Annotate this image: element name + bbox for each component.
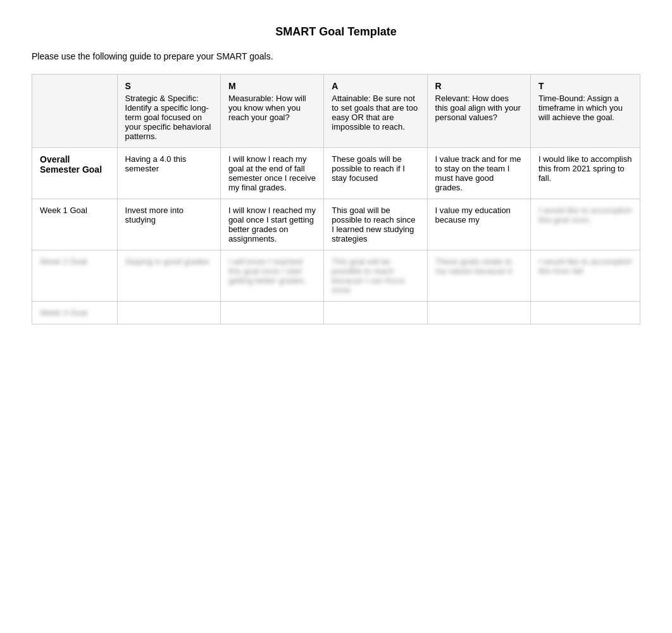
cell-m: I will know I reach my goal at the end o… xyxy=(220,148,323,199)
header-empty xyxy=(32,75,118,148)
cell-s: Staying in good grades xyxy=(117,250,220,302)
row-label: Week 1 Goal xyxy=(32,199,118,250)
cell-t xyxy=(530,302,640,324)
header-a: A Attainable: Be sure not to set goals t… xyxy=(324,75,427,148)
table-row: Week 3 Goal xyxy=(32,302,640,324)
cell-a: This goal will be possible to reach beca… xyxy=(324,250,427,302)
table-row: Overall Semester GoalHaving a 4.0 this s… xyxy=(32,148,640,199)
cell-t: I would like to accomplish this goal soo… xyxy=(530,199,640,250)
row-label: Overall Semester Goal xyxy=(32,148,118,199)
row-label: Week 3 Goal xyxy=(32,302,118,324)
page-title: SMART Goal Template xyxy=(32,25,640,39)
cell-m: I will know I reached my goal once I sta… xyxy=(220,199,323,250)
row-label: Week 2 Goal xyxy=(32,250,118,302)
table-row: Week 2 GoalStaying in good gradesI will … xyxy=(32,250,640,302)
cell-r xyxy=(427,302,530,324)
cell-s xyxy=(117,302,220,324)
cell-a: These goals will be possible to reach if… xyxy=(324,148,427,199)
header-m: M Measurable: How will you know when you… xyxy=(220,75,323,148)
header-row: S Strategic & Specific: Identify a speci… xyxy=(32,75,640,148)
cell-a xyxy=(324,302,427,324)
cell-r: These goals relate to my values because … xyxy=(427,250,530,302)
cell-s: Invest more into studying xyxy=(117,199,220,250)
table-row: Week 1 GoalInvest more into studyingI wi… xyxy=(32,199,640,250)
header-r: R Relevant: How does this goal align wit… xyxy=(427,75,530,148)
cell-r: I value track and for me to stay on the … xyxy=(427,148,530,199)
subtitle: Please use the following guide to prepar… xyxy=(32,51,640,61)
cell-a: This goal will be possible to reach sinc… xyxy=(324,199,427,250)
cell-t: I would like to accomplish this from 202… xyxy=(530,148,640,199)
header-t: T Time-Bound: Assign a timeframe in whic… xyxy=(530,75,640,148)
cell-r: I value my education because my xyxy=(427,199,530,250)
cell-m xyxy=(220,302,323,324)
cell-s: Having a 4.0 this semester xyxy=(117,148,220,199)
cell-t: I would like to accomplish this from fal… xyxy=(530,250,640,302)
header-s: S Strategic & Specific: Identify a speci… xyxy=(117,75,220,148)
cell-m: I will know I reached this goal once I s… xyxy=(220,250,323,302)
